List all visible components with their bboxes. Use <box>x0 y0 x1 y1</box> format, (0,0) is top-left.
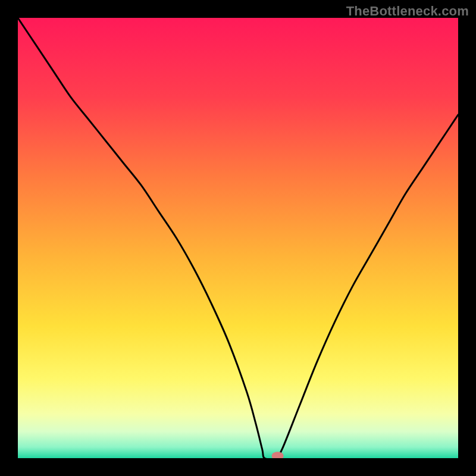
curve-layer <box>18 18 458 458</box>
attribution-label: TheBottleneck.com <box>346 4 469 19</box>
bottleneck-curve <box>18 18 458 458</box>
plot-area <box>18 18 458 458</box>
chart-wrapper: TheBottleneck.com <box>0 0 476 476</box>
optimal-marker <box>272 452 284 458</box>
